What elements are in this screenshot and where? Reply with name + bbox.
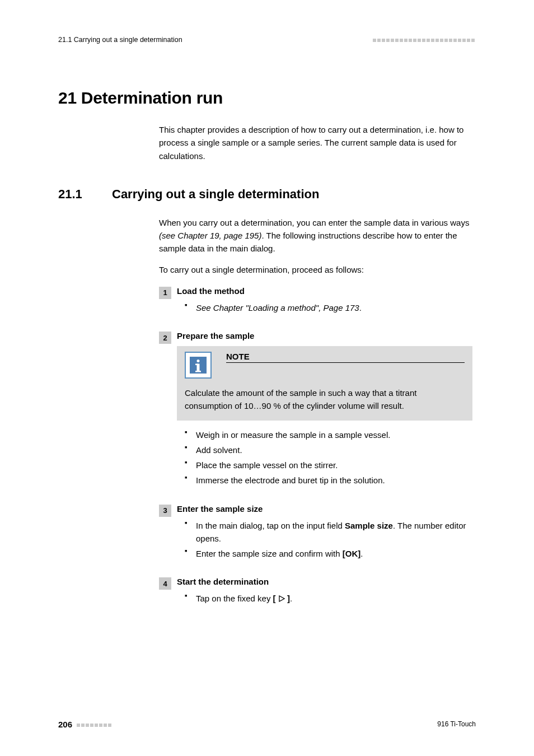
cross-ref: (see Chapter 19, page 195)	[159, 231, 261, 240]
list-item: See Chapter "Loading a method", Page 173…	[188, 301, 472, 314]
list-item: Tap on the fixed key [ ].	[188, 592, 472, 605]
note-label: NOTE	[226, 352, 465, 361]
note-box: NOTE Calculate the amount of the sample …	[177, 346, 472, 421]
list-item: Enter the sample size and confirm with […	[188, 547, 472, 560]
section-number: 21.1	[58, 187, 112, 202]
svg-rect-4	[195, 371, 201, 372]
step-bullets: In the main dialog, tap on the input fie…	[177, 519, 472, 561]
section-title: Carrying out a single determination	[112, 187, 319, 202]
step-title: Enter the sample size	[177, 504, 472, 514]
step-2: 2 Prepare the sample NOTE	[159, 331, 472, 489]
play-icon	[278, 594, 285, 603]
step-number-badge: 4	[159, 577, 171, 590]
list-item: Immerse the electrode and buret tip in t…	[188, 474, 472, 487]
note-text: Calculate the amount of the sample in su…	[185, 386, 465, 413]
note-rule	[226, 362, 465, 363]
running-header: 21.1 Carrying out a single determination	[58, 36, 476, 44]
doc-id: 916 Ti-Touch	[437, 720, 476, 728]
step-number-badge: 3	[159, 505, 171, 517]
runhead-section: 21.1 Carrying out a single determination	[58, 36, 182, 44]
svg-marker-5	[279, 596, 284, 601]
list-item: Weigh in or measure the sample in a samp…	[188, 428, 472, 441]
section-para-1: When you carry out a determination, you …	[159, 216, 472, 255]
svg-rect-3	[195, 364, 198, 366]
svg-point-1	[197, 360, 200, 362]
section-body: When you carry out a determination, you …	[159, 216, 472, 608]
step-3: 3 Enter the sample size In the main dial…	[159, 504, 472, 563]
page: 21.1 Carrying out a single determination…	[0, 0, 534, 756]
steps-list: 1 Load the method See Chapter "Loading a…	[159, 286, 472, 608]
step-title: Prepare the sample	[177, 331, 472, 340]
key-label-close: ]	[285, 594, 290, 603]
list-item: Add solvent.	[188, 444, 472, 456]
step-bullets: Weigh in or measure the sample in a samp…	[177, 428, 472, 487]
ui-label: [OK]	[343, 549, 361, 558]
section-para-2: To carry out a single determination, pro…	[159, 263, 472, 276]
header-dashes	[373, 36, 476, 44]
ui-label: Sample size	[345, 521, 393, 530]
step-4: 4 Start the determination Tap on the fix…	[159, 577, 472, 607]
footer-dashes	[77, 719, 113, 729]
info-icon	[185, 352, 212, 379]
page-number: 206	[58, 720, 72, 729]
key-label-open: [	[273, 594, 278, 603]
chapter-intro: This chapter provides a description of h…	[159, 123, 472, 162]
step-1: 1 Load the method See Chapter "Loading a…	[159, 286, 472, 316]
list-item: In the main dialog, tap on the input fie…	[188, 519, 472, 545]
step-title: Start the determination	[177, 577, 472, 586]
list-item: Place the sample vessel on the stirrer.	[188, 459, 472, 472]
step-bullets: See Chapter "Loading a method", Page 173…	[177, 301, 472, 314]
page-footer: 206 916 Ti-Touch	[58, 719, 476, 729]
chapter-title: 21 Determination run	[58, 88, 476, 108]
section-heading: 21.1 Carrying out a single determination	[58, 187, 476, 202]
step-title: Load the method	[177, 286, 472, 296]
step-number-badge: 2	[159, 332, 171, 344]
chapter-intro-text: This chapter provides a description of h…	[159, 123, 472, 162]
step-bullets: Tap on the fixed key [ ].	[177, 592, 472, 605]
step-number-badge: 1	[159, 287, 171, 299]
